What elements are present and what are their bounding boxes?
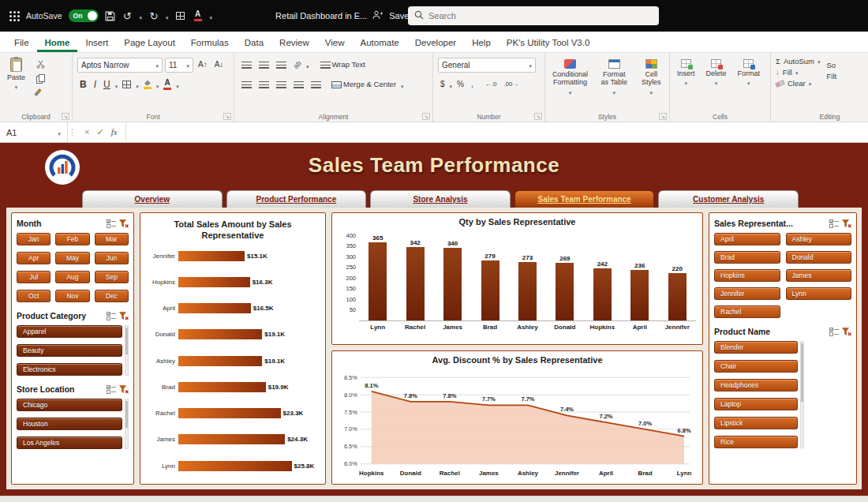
orientation-button[interactable]: ab [291,61,304,69]
redo-dropdown-icon[interactable] [166,9,169,23]
slicer-sales-rep-item-brad[interactable]: Brad [714,251,780,264]
table-icon[interactable] [175,12,186,20]
alignment-dialog-launcher-icon[interactable]: ↘ [422,113,430,120]
dash-tab-store-analysis[interactable]: Store Analysis [370,190,511,208]
clipboard-dialog-launcher-icon[interactable]: ↘ [62,113,69,120]
undo-dropdown-icon[interactable] [140,9,143,23]
decrease-decimal-button[interactable]: .00→ [501,81,521,88]
multiselect-icon[interactable] [107,385,116,394]
slicer-month-item-jan[interactable]: Jan [17,233,51,245]
slicer-store-location-item-los-angeles[interactable]: Los Angeles [17,436,122,449]
menu-tab-page-layout[interactable]: Page Layout [116,34,183,52]
app-launcher-icon[interactable] [9,11,20,21]
column-bar[interactable] [443,248,462,320]
bar[interactable] [178,251,245,261]
format-as-table-button[interactable]: Format as Table [597,58,631,97]
save-icon[interactable] [105,11,116,21]
multiselect-icon[interactable] [107,219,116,228]
slicer-month-item-oct[interactable]: Oct [17,290,51,302]
align-bottom-button[interactable] [274,61,289,69]
document-title[interactable]: Retail Dashboard in E... [275,11,367,21]
dash-tab-customer-analysis[interactable]: Customer Analysis [658,190,799,208]
slicer-product-category-item-apparel[interactable]: Apparel [17,325,122,338]
clear-button[interactable]: Clear [776,79,820,88]
slicer-month-item-mar[interactable]: Mar [95,233,129,245]
autosum-button[interactable]: ΣAutoSum [776,57,820,66]
italic-button[interactable]: I [92,79,99,90]
slicer-sales-rep-item-lynn[interactable]: Lynn [786,287,852,300]
insert-cells-button[interactable]: Insert [675,58,698,88]
underline-button[interactable]: U [101,79,113,90]
slicer-product-category-item-beauty[interactable]: Beauty [17,344,122,357]
bottom-scrollbar-strip[interactable] [0,496,868,502]
menu-tab-home[interactable]: Home [37,34,78,52]
align-middle-button[interactable] [256,61,271,69]
multiselect-icon[interactable] [829,219,839,228]
format-painter-button[interactable] [34,88,47,97]
clear-filter-icon[interactable] [119,385,129,394]
slicer-store-location-item-chicago[interactable]: Chicago [17,399,122,411]
slicer-sales-rep-item-hopkins[interactable]: Hopkins [714,269,780,282]
borders-button[interactable] [120,80,133,89]
dash-tab-overview[interactable]: Overview [82,190,223,208]
slicer-month-item-feb[interactable]: Feb [55,233,89,245]
multiselect-icon[interactable] [829,328,839,336]
slicer-store-location-item-houston[interactable]: Houston [17,418,122,430]
category-scrollbar[interactable] [125,325,129,376]
menu-tab-help[interactable]: Help [464,34,499,52]
scrollbar-thumb[interactable] [125,401,128,428]
slicer-month-item-apr[interactable]: Apr [17,252,51,264]
column-bar[interactable] [593,268,612,320]
column-bar[interactable] [518,262,537,320]
column-bar[interactable] [668,273,687,320]
font-color-icon[interactable]: A [193,10,204,21]
number-format-combo[interactable]: General [438,58,536,73]
borders-dropdown-icon[interactable] [136,77,139,92]
slicer-product-name-item-laptop[interactable]: Laptop [714,398,798,410]
formula-input[interactable] [126,122,868,142]
slicer-month-item-jun[interactable]: Jun [95,252,129,264]
name-box[interactable]: A1 [0,122,68,142]
fill-color-button[interactable] [141,79,154,90]
bold-button[interactable]: B [77,79,89,90]
merge-dropdown-icon[interactable] [401,77,404,92]
dash-tab-sales-team-performance[interactable]: Sales Team Performance [514,190,655,208]
slicer-month-item-nov[interactable]: Nov [55,290,89,302]
font-color-button[interactable]: A [161,78,174,91]
slicer-month-item-aug[interactable]: Aug [55,271,89,283]
menu-tab-pk-s-utility-tool-v3-0[interactable]: PK's Utility Tool V3.0 [499,34,598,52]
slicer-product-name-item-rice[interactable]: Rice [714,436,798,448]
location-scrollbar[interactable] [125,399,129,449]
align-center-button[interactable] [256,81,271,89]
underline-dropdown-icon[interactable] [115,77,118,92]
cell-styles-button[interactable]: Cell Styles [638,58,664,97]
shrink-font-button[interactable]: A↓ [212,60,226,69]
sort-filter-button[interactable]: So Filt [826,57,866,90]
enter-icon[interactable]: ✓ [96,128,103,137]
increase-decimal-button[interactable]: ←.0 [483,81,499,88]
slicer-month-item-jul[interactable]: Jul [17,271,51,283]
bar[interactable] [178,434,285,444]
fill-color-dropdown-icon[interactable] [156,77,159,92]
clear-filter-icon[interactable] [842,219,851,228]
conditional-formatting-button[interactable]: Conditional Formatting [550,58,590,97]
fill-button[interactable]: ↓Fill [776,68,820,77]
merge-center-button[interactable]: Merge & Center [329,80,398,89]
number-dialog-launcher-icon[interactable]: ↘ [534,113,542,120]
quick-access-dropdown-icon[interactable] [210,9,213,23]
insert-function-icon[interactable]: fx [111,128,118,137]
font-dialog-launcher-icon[interactable]: ↘ [223,113,231,120]
font-size-combo[interactable]: 11 [165,58,193,73]
format-cells-button[interactable]: Format [735,58,763,88]
search-box[interactable] [408,6,659,25]
accounting-dropdown-icon[interactable] [450,77,453,92]
scrollbar-thumb[interactable] [125,328,128,354]
slicer-month-item-may[interactable]: May [55,252,89,264]
align-top-button[interactable] [239,61,254,69]
slicer-sales-rep-item-donald[interactable]: Donald [786,251,852,264]
column-bar[interactable] [369,242,387,320]
bar[interactable] [178,329,262,339]
column-bar[interactable] [556,263,574,320]
slicer-sales-rep-item-ashley[interactable]: Ashley [786,233,852,245]
bar[interactable] [178,408,281,418]
